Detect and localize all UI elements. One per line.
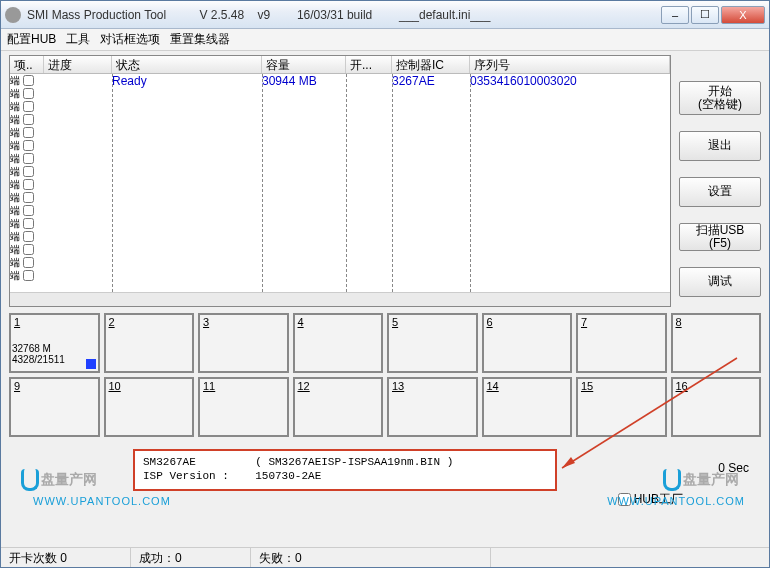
menu-reset-hub[interactable]: 重置集线器 <box>170 31 230 48</box>
slot-1[interactable]: 132768 M4328/21511 <box>9 313 100 373</box>
cell-open <box>346 74 392 88</box>
slot-13[interactable]: 13 <box>387 377 478 437</box>
port-row-15[interactable]: 端 <box>10 256 44 269</box>
maximize-button[interactable]: ☐ <box>691 6 719 24</box>
column-headers: 项.. 进度 状态 容量 开... 控制器IC 序列号 <box>10 56 670 74</box>
menubar: 配置HUB 工具 对话框选项 重置集线器 <box>1 29 769 51</box>
slot-15[interactable]: 15 <box>576 377 667 437</box>
col-open[interactable]: 开... <box>346 56 392 73</box>
port-row-6[interactable]: 端 <box>10 139 44 152</box>
slot-12[interactable]: 12 <box>293 377 384 437</box>
port-row-2[interactable]: 端 <box>10 87 44 100</box>
port-checkbox[interactable] <box>23 270 34 281</box>
port-checkbox[interactable] <box>23 218 34 229</box>
port-row-3[interactable]: 端 <box>10 100 44 113</box>
app-window: SMI Mass Production Tool V 2.5.48 v9 16/… <box>0 0 770 568</box>
port-checkbox[interactable] <box>23 166 34 177</box>
watermark-url-right: WWW.UPANTOOL.COM <box>607 495 745 507</box>
minimize-button[interactable]: – <box>661 6 689 24</box>
table-row[interactable]: Ready 30944 MB 3267AE 0353416010003020 <box>44 74 670 88</box>
slot-8[interactable]: 8 <box>671 313 762 373</box>
port-checkbox[interactable] <box>23 114 34 125</box>
slot-16[interactable]: 16 <box>671 377 762 437</box>
cell-ic: 3267AE <box>392 74 470 88</box>
side-button-panel: 开始(空格键) 退出 设置 扫描USB(F5) 调试 <box>679 81 761 297</box>
exit-button[interactable]: 退出 <box>679 131 761 161</box>
port-row-11[interactable]: 端 <box>10 204 44 217</box>
port-checkbox[interactable] <box>23 101 34 112</box>
menu-tools[interactable]: 工具 <box>66 31 90 48</box>
port-checkbox[interactable] <box>23 140 34 151</box>
port-row-5[interactable]: 端 <box>10 126 44 139</box>
port-checkbox[interactable] <box>23 88 34 99</box>
firmware-info-box: SM3267AE ( SM3267AEISP-ISPSAA19nm.BIN ) … <box>133 449 557 491</box>
col-item[interactable]: 项.. <box>10 56 44 73</box>
port-row-4[interactable]: 端 <box>10 113 44 126</box>
port-row-8[interactable]: 端 <box>10 165 44 178</box>
col-progress[interactable]: 进度 <box>44 56 112 73</box>
svg-marker-1 <box>562 457 575 468</box>
statusbar: 开卡次数 0 成功：0 失败：0 <box>1 547 769 567</box>
port-checkbox[interactable] <box>23 179 34 190</box>
slot-2[interactable]: 2 <box>104 313 195 373</box>
slot-9[interactable]: 9 <box>9 377 100 437</box>
col-status[interactable]: 状态 <box>112 56 262 73</box>
timer-label: 0 Sec <box>718 461 749 475</box>
cell-serial: 0353416010003020 <box>470 74 670 88</box>
slot-14[interactable]: 14 <box>482 377 573 437</box>
port-row-16[interactable]: 端 <box>10 269 44 282</box>
slot-grid: 132768 M4328/215112345678 91011121314151… <box>9 313 761 441</box>
port-checkbox[interactable] <box>23 153 34 164</box>
slot-3[interactable]: 3 <box>198 313 289 373</box>
port-checkbox[interactable] <box>23 75 34 86</box>
app-icon <box>5 7 21 23</box>
col-controller[interactable]: 控制器IC <box>392 56 470 73</box>
slot-7[interactable]: 7 <box>576 313 667 373</box>
port-row-12[interactable]: 端 <box>10 217 44 230</box>
port-row-14[interactable]: 端 <box>10 243 44 256</box>
cell-progress <box>44 74 112 88</box>
status-open-count: 开卡次数 0 <box>1 548 131 567</box>
scan-usb-button[interactable]: 扫描USB(F5) <box>679 223 761 251</box>
port-row-10[interactable]: 端 <box>10 191 44 204</box>
table-body: 端端端端端端端端端端端端端端端端 Ready 30944 MB 3267AE 0… <box>10 74 670 306</box>
watermark-url-left: WWW.UPANTOOL.COM <box>33 495 171 507</box>
cell-status: Ready <box>112 74 262 88</box>
status-fail: 失败：0 <box>251 548 491 567</box>
client-area: 项.. 进度 状态 容量 开... 控制器IC 序列号 端端端端端端端端端端端端… <box>1 51 769 547</box>
horizontal-scrollbar[interactable] <box>10 292 670 306</box>
port-checkbox[interactable] <box>23 127 34 138</box>
device-table: 项.. 进度 状态 容量 开... 控制器IC 序列号 端端端端端端端端端端端端… <box>9 55 671 307</box>
port-checkbox[interactable] <box>23 231 34 242</box>
slot-11[interactable]: 11 <box>198 377 289 437</box>
col-capacity[interactable]: 容量 <box>262 56 346 73</box>
port-row-13[interactable]: 端 <box>10 230 44 243</box>
settings-button[interactable]: 设置 <box>679 177 761 207</box>
titlebar[interactable]: SMI Mass Production Tool V 2.5.48 v9 16/… <box>1 1 769 29</box>
port-checkbox[interactable] <box>23 205 34 216</box>
menu-dialog-options[interactable]: 对话框选项 <box>100 31 160 48</box>
menu-hub[interactable]: 配置HUB <box>7 31 56 48</box>
port-checkbox[interactable] <box>23 192 34 203</box>
slot-4[interactable]: 4 <box>293 313 384 373</box>
port-row-9[interactable]: 端 <box>10 178 44 191</box>
debug-button[interactable]: 调试 <box>679 267 761 297</box>
close-button[interactable]: X <box>721 6 765 24</box>
port-row-1[interactable]: 端 <box>10 74 44 87</box>
slot-5[interactable]: 5 <box>387 313 478 373</box>
port-checkbox[interactable] <box>23 257 34 268</box>
progress-indicator <box>86 359 96 369</box>
slot-10[interactable]: 10 <box>104 377 195 437</box>
start-button[interactable]: 开始(空格键) <box>679 81 761 115</box>
port-row-7[interactable]: 端 <box>10 152 44 165</box>
window-title: SMI Mass Production Tool V 2.5.48 v9 16/… <box>27 8 661 22</box>
slot-6[interactable]: 6 <box>482 313 573 373</box>
port-checkbox[interactable] <box>23 244 34 255</box>
col-serial[interactable]: 序列号 <box>470 56 670 73</box>
status-success: 成功：0 <box>131 548 251 567</box>
cell-capacity: 30944 MB <box>262 74 346 88</box>
